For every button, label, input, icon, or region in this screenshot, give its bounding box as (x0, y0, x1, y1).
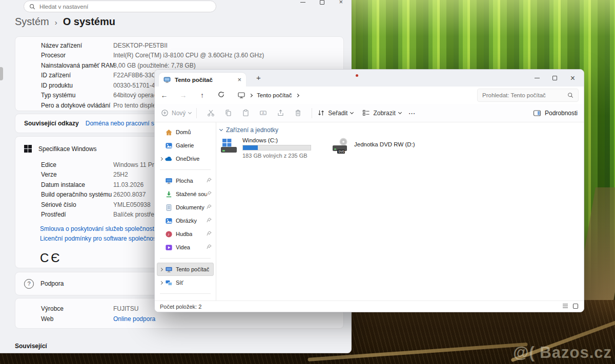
sidebar-item-desktop[interactable]: Plocha (157, 174, 214, 187)
info-row: WebOnline podpora (15, 314, 343, 324)
info-row: ProcesorIntel(R) Core(TM) i3-8100 CPU @ … (15, 51, 343, 61)
pictures-icon (165, 217, 173, 225)
new-button[interactable]: Nový (161, 109, 191, 117)
sidebar-divider (160, 169, 211, 170)
thumbnail-view-icon[interactable] (572, 303, 579, 310)
online-support-link[interactable]: Online podpora (113, 315, 155, 323)
chevron-right-icon[interactable] (159, 157, 163, 160)
settings-window-controls: × (300, 0, 343, 5)
downloads-icon (165, 190, 173, 198)
address-path[interactable]: Tento počítač (233, 89, 473, 102)
sidebar-item-downloads[interactable]: Stažené soubory (157, 187, 214, 201)
rename-icon[interactable]: A (254, 109, 272, 117)
sidebar-item-home[interactable]: Domů (157, 125, 214, 139)
close-icon[interactable]: × (339, 0, 343, 5)
sidebar-item-onedrive[interactable]: OneDrive (157, 152, 214, 165)
pin-icon (207, 244, 213, 250)
tab-tento-pocitac[interactable]: Tento počítač × (159, 73, 246, 87)
up-icon[interactable]: ↑ (197, 91, 208, 99)
pin-icon (207, 218, 213, 224)
settings-nav-handle[interactable] (0, 67, 3, 80)
explorer-status-bar: Počet položek: 2 (155, 301, 584, 312)
videos-icon (165, 243, 173, 251)
explorer-search-box[interactable] (477, 89, 579, 102)
new-tab-button[interactable]: + (256, 73, 261, 82)
explorer-window-controls: × (528, 70, 582, 87)
group-header-devices[interactable]: Zařízení a jednotky (220, 126, 584, 134)
search-icon (29, 4, 35, 10)
sidebar-item-music[interactable]: ♪ Hudba (157, 227, 214, 241)
back-icon[interactable]: ← (159, 91, 170, 99)
chevron-right-icon[interactable] (159, 281, 163, 284)
explorer-search-input[interactable] (482, 92, 567, 98)
sidebar-item-gallery[interactable]: Galerie (157, 139, 214, 152)
documents-icon (165, 203, 173, 211)
sort-button[interactable]: Seřadit (317, 109, 353, 117)
maximize-icon[interactable] (320, 0, 324, 5)
breadcrumb: Systém › O systému (15, 16, 115, 28)
chevron-right-icon[interactable] (159, 267, 163, 271)
gallery-icon (165, 141, 173, 149)
explorer-address-bar: ← → ↑ Tento počítač (155, 87, 584, 104)
delete-icon[interactable] (289, 109, 306, 117)
related-links-label: Související odkazy (24, 120, 79, 127)
chevron-down-icon (398, 110, 402, 114)
pin-icon (207, 191, 213, 197)
view-button[interactable]: Zobrazit (362, 109, 401, 117)
sidebar-item-documents[interactable]: Dokumenty (157, 201, 214, 214)
sidebar-item-this-pc[interactable]: Tento počítač (157, 263, 214, 276)
svg-text:♪: ♪ (167, 232, 169, 237)
pin-icon (207, 231, 213, 237)
network-icon (165, 279, 173, 287)
drive-name: Jednotka DVD RW (D:) (354, 141, 415, 159)
breadcrumb-system[interactable]: Systém (15, 16, 49, 28)
minimize-icon[interactable] (300, 2, 305, 3)
drive-windows-c[interactable]: Windows (C:) 183 GB volných z 235 GB (220, 137, 322, 159)
hard-drive-icon (220, 137, 238, 155)
desktop-icon (165, 177, 173, 185)
explorer-toolbar: Nový A Seřadit Zobrazit ⋯ (155, 104, 584, 122)
view-layout-icon (362, 109, 370, 117)
details-pane-button[interactable]: Podrobnosti (533, 110, 578, 117)
paste-icon[interactable] (237, 109, 254, 117)
sidebar-item-network[interactable]: Síť (157, 276, 214, 289)
dvd-drive-icon: DVD (332, 137, 350, 155)
home-icon (165, 128, 173, 136)
details-pane-icon (533, 110, 541, 117)
drive-dvd[interactable]: DVD Jednotka DVD RW (D:) (332, 137, 415, 159)
minimize-icon[interactable] (528, 70, 546, 87)
maximize-icon[interactable] (546, 70, 564, 87)
pin-icon (207, 204, 213, 210)
more-options-button[interactable]: ⋯ (408, 109, 416, 117)
spec-title: Specifikace Windows (38, 145, 96, 153)
chevron-right-icon (296, 93, 299, 97)
chevron-down-icon (350, 110, 354, 114)
breadcrumb-separator: › (55, 17, 57, 27)
tab-close-icon[interactable]: × (237, 76, 241, 83)
sidebar-item-videos[interactable]: Videa (157, 241, 214, 254)
drive-free-space: 183 GB volných z 235 GB (242, 153, 311, 159)
search-icon (567, 92, 573, 98)
settings-search-input[interactable] (39, 4, 211, 10)
list-view-icon[interactable] (562, 303, 568, 310)
chevron-down-icon (188, 110, 192, 114)
forward-icon[interactable]: → (178, 91, 189, 99)
chevron-down-icon (219, 127, 223, 131)
sidebar-item-pictures[interactable]: Obrázky (157, 214, 214, 227)
refresh-icon[interactable] (216, 91, 227, 99)
share-icon[interactable] (272, 109, 289, 117)
page-title: O systému (63, 16, 115, 28)
cut-icon[interactable] (202, 109, 219, 117)
this-pc-icon (165, 265, 173, 273)
explorer-tab-strip: Tento počítač × + × (155, 70, 584, 87)
computer-icon (238, 92, 245, 98)
capacity-bar-fill (243, 145, 258, 150)
close-icon[interactable]: × (564, 70, 582, 87)
red-dot-indicator (356, 74, 358, 77)
drive-name: Windows (C:) (242, 137, 311, 143)
settings-search-box[interactable] (24, 1, 216, 12)
svg-text:A: A (262, 111, 264, 115)
address-location[interactable]: Tento počítač (257, 92, 292, 98)
explorer-content: Zařízení a jednotky Windows (C:) 183 GB … (217, 122, 584, 301)
copy-icon[interactable] (219, 109, 237, 117)
